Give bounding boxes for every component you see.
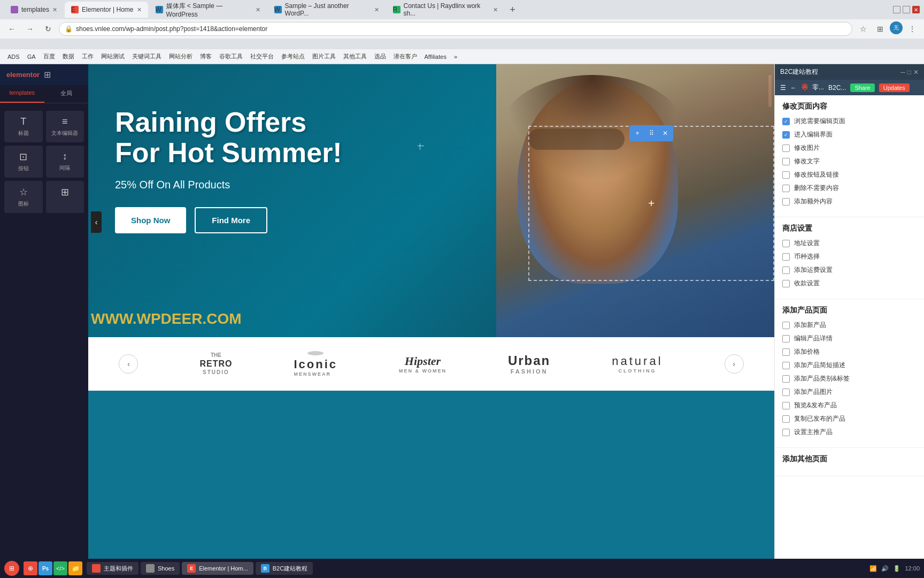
checkbox-preview-publish[interactable] xyxy=(782,402,790,409)
toolbar-add-btn[interactable]: + xyxy=(631,127,644,140)
checkbox-item-payment[interactable]: 收款设置 xyxy=(782,279,917,288)
bookmark-webtest[interactable]: 网站测试 xyxy=(98,51,128,62)
profile-avatar[interactable]: 无 xyxy=(890,21,903,34)
tab-sample-wp[interactable]: W Sample – Just another WordP... ✕ xyxy=(268,2,386,18)
tab-close-sample[interactable]: ✕ xyxy=(374,6,379,13)
widget-spacer[interactable]: ↕ 间隔 xyxy=(46,146,84,178)
checkbox-item-short-desc[interactable]: 添加产品简短描述 xyxy=(782,361,917,370)
elementor-tab-all[interactable]: 全局 xyxy=(44,85,89,103)
brands-prev-button[interactable]: ‹ xyxy=(119,354,138,374)
checkbox-add-content[interactable] xyxy=(782,198,790,206)
right-panel-close[interactable]: ✕ xyxy=(913,69,919,76)
toolbar-close-btn[interactable]: ✕ xyxy=(659,127,672,140)
checkbox-item-product-images[interactable]: 添加产品图片 xyxy=(782,387,917,397)
address-bar[interactable]: 🔒 shoes.vnlee.com/wp-admin/post.php?post… xyxy=(59,22,852,36)
checkbox-item-preview-publish[interactable]: 预览&发布产品 xyxy=(782,401,917,410)
close-button[interactable]: ✕ xyxy=(912,6,920,13)
checkbox-payment[interactable] xyxy=(782,280,790,287)
checkbox-item-duplicate-product[interactable]: 复制已发布的产品 xyxy=(782,414,917,423)
checkbox-delete[interactable] xyxy=(782,185,790,192)
checkbox-enter-edit[interactable] xyxy=(782,131,790,139)
checkbox-item-featured-product[interactable]: 设置主推产品 xyxy=(782,428,917,437)
share-button[interactable]: Share xyxy=(850,83,874,92)
reload-button[interactable]: ↻ xyxy=(41,21,56,36)
bookmark-baidu[interactable]: 百度 xyxy=(40,51,58,62)
widget-text-editor[interactable]: ≡ 文本编辑器 xyxy=(46,111,84,142)
checkbox-category-tags[interactable] xyxy=(782,375,790,383)
bookmark-data[interactable]: 数据 xyxy=(59,51,78,62)
checkbox-edit-text[interactable] xyxy=(782,158,790,165)
find-more-button[interactable]: Find More xyxy=(195,207,267,233)
bookmark-ref[interactable]: 参考站点 xyxy=(278,51,308,62)
checkbox-item-add-content[interactable]: 添加额外内容 xyxy=(782,197,917,206)
checkbox-add-product[interactable] xyxy=(782,322,790,329)
taskbar-item-shoes[interactable]: Shoes xyxy=(141,562,180,575)
shop-now-button[interactable]: Shop Now xyxy=(115,207,186,233)
tab-close-media[interactable]: ✕ xyxy=(256,6,260,13)
forward-button[interactable]: → xyxy=(22,21,37,36)
bookmark-blog[interactable]: 博客 xyxy=(197,51,215,62)
checkbox-item-add-product[interactable]: 添加新产品 xyxy=(782,321,917,330)
checkbox-item-edit-text[interactable]: 修改文字 xyxy=(782,157,917,166)
more-button[interactable]: ⋮ xyxy=(905,21,920,36)
extensions-button[interactable]: ⊞ xyxy=(873,21,888,36)
maximize-button[interactable] xyxy=(903,6,910,13)
taskbar-item-theme-plugins[interactable]: 主题和插件 xyxy=(87,562,138,575)
elementor-tab-templates[interactable]: templates xyxy=(0,85,44,103)
checkbox-item-edit-buttons[interactable]: 修改按钮及链接 xyxy=(782,170,917,179)
tab-close-contact[interactable]: ✕ xyxy=(493,6,498,13)
right-panel-maximize[interactable]: □ xyxy=(907,69,911,76)
taskbar-icon-code[interactable]: </> xyxy=(53,561,67,575)
toolbar-hamburger[interactable]: ☰ xyxy=(780,84,786,92)
updates-button[interactable]: Updates xyxy=(879,83,910,92)
checkbox-item-edit-detail[interactable]: 编辑产品详情 xyxy=(782,334,917,343)
checkbox-item-category-tags[interactable]: 添加产品类别&标签 xyxy=(782,374,917,383)
bookmark-ads[interactable]: ADS xyxy=(4,52,23,61)
bookmark-work[interactable]: 工作 xyxy=(79,51,97,62)
right-panel-minimize[interactable]: ─ xyxy=(900,69,905,76)
toolbar-move-btn[interactable]: ⠿ xyxy=(645,127,658,140)
taskbar-start-button[interactable]: ⊞ xyxy=(4,561,19,576)
bookmark-selection[interactable]: 选品 xyxy=(371,51,389,62)
widget-icon[interactable]: ☆ 图标 xyxy=(4,181,43,213)
taskbar-start-orb[interactable]: ⊕ xyxy=(24,561,37,575)
bookmark-more[interactable]: » xyxy=(451,52,460,61)
checkbox-short-desc[interactable] xyxy=(782,362,790,369)
taskbar-item-elementor[interactable]: E Elementor | Hom... xyxy=(182,562,253,575)
checkbox-item-browse[interactable]: 浏览需要编辑页面 xyxy=(782,117,917,126)
selection-center-plus[interactable]: + xyxy=(648,197,654,210)
checkbox-shipping[interactable] xyxy=(782,267,790,274)
tab-templates[interactable]: templates ✕ xyxy=(4,2,64,18)
tab-elementor-home[interactable]: E Elementor | Home ✕ xyxy=(65,2,148,18)
sidebar-collapse-handle[interactable]: ‹ xyxy=(91,211,102,233)
checkbox-item-add-price[interactable]: 添加价格 xyxy=(782,347,917,356)
checkbox-currency[interactable] xyxy=(782,253,790,261)
checkbox-address[interactable] xyxy=(782,240,790,247)
checkbox-product-images[interactable] xyxy=(782,389,790,396)
checkbox-edit-image[interactable] xyxy=(782,144,790,152)
checkbox-add-price[interactable] xyxy=(782,348,790,356)
widget-heading[interactable]: T 标题 xyxy=(4,111,43,142)
bookmark-social[interactable]: 社交平台 xyxy=(247,51,277,62)
back-button[interactable]: ← xyxy=(4,21,19,36)
checkbox-item-currency[interactable]: 币种选择 xyxy=(782,252,917,261)
bookmark-affiliates[interactable]: Affiliates xyxy=(421,52,450,61)
taskbar-icon-folder[interactable]: 📁 xyxy=(68,561,82,575)
bookmark-seoanalysis[interactable]: 网站分析 xyxy=(166,51,196,62)
bookmark-button[interactable]: ☆ xyxy=(856,21,871,36)
bookmark-images[interactable]: 图片工具 xyxy=(309,51,339,62)
bookmark-keywords[interactable]: 关键词工具 xyxy=(129,51,165,62)
tab-close-templates[interactable]: ✕ xyxy=(52,6,57,13)
checkbox-featured-product[interactable] xyxy=(782,429,790,436)
taskbar-item-b2c[interactable]: B B2C建站教程 xyxy=(256,562,313,575)
toolbar-back[interactable]: ← xyxy=(790,84,797,92)
bookmark-google-tools[interactable]: 谷歌工具 xyxy=(216,51,246,62)
checkbox-edit-buttons[interactable] xyxy=(782,171,790,179)
bookmark-other-tools[interactable]: 其他工具 xyxy=(340,51,370,62)
bookmark-potential[interactable]: 潜在客户 xyxy=(390,51,420,62)
minimize-button[interactable] xyxy=(893,6,900,13)
checkbox-item-shipping[interactable]: 添加运费设置 xyxy=(782,265,917,275)
checkbox-item-enter-edit[interactable]: 进入编辑界面 xyxy=(782,130,917,139)
checkbox-edit-detail[interactable] xyxy=(782,335,790,343)
tab-close-active[interactable]: ✕ xyxy=(137,6,142,13)
